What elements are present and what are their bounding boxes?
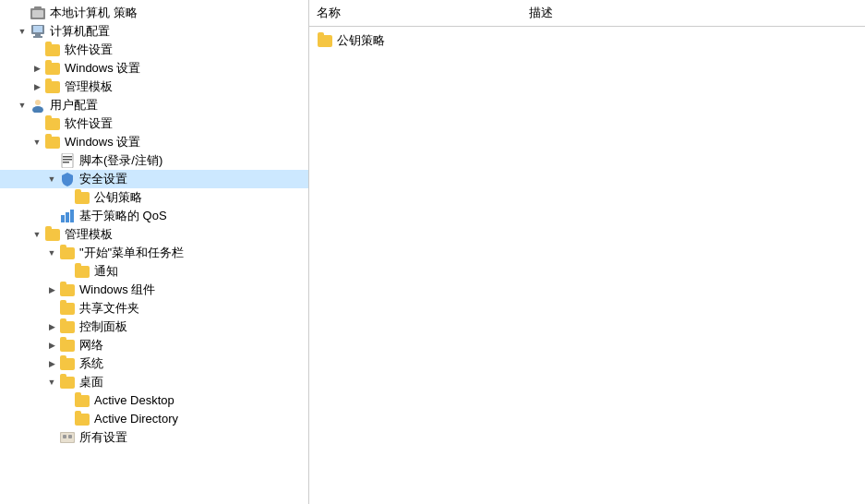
tree-item-windows-components[interactable]: ▶ Windows 组件 (0, 281, 308, 299)
start-menu-toggle[interactable]: ▼ (44, 246, 59, 260)
tree-item-active-directory[interactable]: ▶ Active Directory (0, 410, 308, 428)
tree-item-shared-folders[interactable]: ▶ 共享文件夹 (0, 299, 308, 318)
network-label: 网络 (78, 337, 103, 354)
admin-templates-2-label: 管理模板 (63, 226, 113, 243)
tree-panel: 本地计算机 策略 ▼ 计算机配置 ▶ 软件设置 (0, 0, 309, 504)
tree-item-desktop[interactable]: ▼ 桌面 (0, 373, 308, 391)
tree-item-admin-templates-1[interactable]: ▶ 管理模板 (0, 78, 308, 96)
content-header: 名称 描述 (309, 0, 865, 27)
tree-item-public-key[interactable]: ▶ 公钥策略 (0, 188, 308, 207)
folder-icon-11 (59, 301, 76, 316)
folder-icon-17 (74, 412, 90, 426)
folder-icon-7 (44, 227, 61, 242)
content-folder-icon (317, 33, 333, 48)
notifications-label: 通知 (92, 263, 118, 280)
tree-item-software-settings-2[interactable]: ▶ 软件设置 (0, 114, 308, 133)
user-config-icon (30, 98, 46, 113)
start-menu-label: "开始"菜单和任务栏 (78, 245, 184, 261)
computer-config-toggle[interactable]: ▼ (15, 24, 30, 39)
tree-item-system[interactable]: ▶ 系统 (0, 354, 308, 373)
tree-item-network[interactable]: ▶ 网络 (0, 336, 308, 354)
tree-item-windows-settings-1[interactable]: ▶ Windows 设置 (0, 59, 308, 78)
security-settings-label: 安全设置 (78, 171, 127, 187)
tree-item-notifications[interactable]: ▶ 通知 (0, 262, 308, 281)
windows-settings-2-toggle[interactable]: ▼ (30, 135, 44, 150)
tree-item-scripts[interactable]: ▶ 脚本(登录/注销) (0, 151, 308, 170)
folder-icon-1 (44, 42, 61, 57)
computer-config-label: 计算机配置 (48, 23, 110, 40)
root-toggle (15, 6, 30, 20)
svg-rect-12 (63, 162, 69, 163)
desktop-toggle[interactable]: ▼ (44, 375, 59, 390)
tree-item-user-config[interactable]: ▼ 用户配置 (0, 96, 308, 114)
content-row-public-key[interactable]: 公钥策略 (309, 30, 865, 51)
software-settings-2-label: 软件设置 (63, 115, 113, 132)
tree-item-start-menu[interactable]: ▼ "开始"菜单和任务栏 (0, 244, 308, 262)
tree-item-active-desktop[interactable]: ▶ Active Desktop (0, 391, 308, 410)
windows-settings-1-label: Windows 设置 (63, 60, 140, 77)
root-label: 本地计算机 策略 (48, 5, 138, 21)
tree-item-software-settings-1[interactable]: ▶ 软件设置 (0, 41, 308, 59)
svg-rect-11 (63, 159, 72, 161)
tree-item-admin-templates-2[interactable]: ▼ 管理模板 (0, 225, 308, 244)
policy-icon (30, 6, 46, 20)
folder-icon-5 (44, 135, 61, 150)
shared-folders-label: 共享文件夹 (78, 300, 139, 317)
folder-icon-16 (74, 393, 90, 408)
system-toggle[interactable]: ▶ (44, 356, 59, 371)
windows-components-toggle[interactable]: ▶ (44, 282, 59, 297)
svg-point-7 (35, 100, 41, 105)
user-config-toggle[interactable]: ▼ (15, 98, 30, 113)
svg-rect-6 (33, 36, 42, 38)
tree-item-security-settings[interactable]: ▼ 安全设置 (0, 170, 308, 188)
folder-icon-15 (59, 375, 76, 390)
folder-icon-8 (59, 246, 76, 260)
security-settings-toggle[interactable]: ▼ (44, 172, 59, 186)
tree-item-computer-config[interactable]: ▼ 计算机配置 (0, 22, 308, 41)
folder-icon-13 (59, 338, 76, 353)
svg-rect-4 (33, 26, 42, 32)
folder-icon-6 (74, 190, 90, 205)
folder-icon-10 (59, 282, 76, 297)
svg-rect-2 (34, 6, 42, 9)
svg-rect-18 (63, 435, 66, 438)
admin-templates-2-toggle[interactable]: ▼ (30, 227, 44, 242)
folder-icon-3 (44, 79, 61, 94)
content-row-name: 公钥策略 (337, 32, 533, 49)
folder-icon-9 (74, 264, 90, 279)
header-name: 名称 (309, 3, 522, 23)
content-panel: 名称 描述 公钥策略 (309, 0, 865, 504)
admin-templates-1-label: 管理模板 (63, 78, 113, 95)
tree-item-all-settings[interactable]: ▶ 所有设置 (0, 428, 308, 447)
svg-rect-14 (66, 212, 69, 222)
chart-icon (59, 209, 76, 223)
security-icon (59, 172, 76, 186)
svg-rect-9 (62, 153, 73, 168)
content-body: 公钥策略 (309, 27, 865, 504)
svg-rect-10 (63, 156, 72, 158)
user-config-label: 用户配置 (48, 97, 98, 114)
admin-templates-1-toggle[interactable]: ▶ (30, 79, 44, 94)
windows-settings-1-toggle[interactable]: ▶ (30, 61, 44, 76)
svg-rect-13 (61, 215, 65, 222)
tree-item-qos[interactable]: ▶ 基于策略的 QoS (0, 207, 308, 225)
all-settings-label: 所有设置 (78, 429, 127, 446)
script-icon (59, 153, 76, 168)
svg-rect-5 (35, 34, 41, 36)
computer-icon (30, 24, 46, 39)
system-label: 系统 (78, 355, 103, 372)
tree-root[interactable]: 本地计算机 策略 (0, 4, 308, 22)
tree-item-windows-settings-2[interactable]: ▼ Windows 设置 (0, 133, 308, 151)
qos-label: 基于策略的 QoS (78, 208, 167, 224)
svg-rect-19 (68, 435, 72, 438)
all-settings-icon (59, 430, 76, 445)
control-panel-toggle[interactable]: ▶ (44, 319, 59, 334)
scripts-label: 脚本(登录/注销) (78, 152, 162, 169)
tree-item-control-panel[interactable]: ▶ 控制面板 (0, 318, 308, 336)
svg-point-8 (32, 106, 43, 113)
public-key-label: 公钥策略 (92, 189, 142, 206)
main-container: 本地计算机 策略 ▼ 计算机配置 ▶ 软件设置 (0, 0, 865, 504)
network-toggle[interactable]: ▶ (44, 338, 59, 353)
folder-icon-4 (44, 116, 61, 131)
svg-rect-1 (32, 10, 43, 18)
